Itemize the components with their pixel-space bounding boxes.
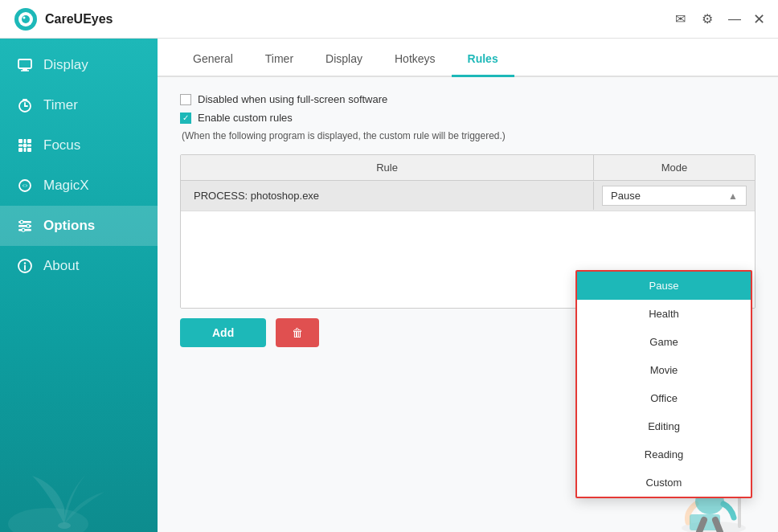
- sidebar-label-about: About: [43, 258, 79, 274]
- mode-value: Pause: [611, 190, 641, 202]
- app-logo: CareUEyes: [13, 6, 113, 32]
- dropdown-item-custom[interactable]: Custom: [577, 469, 751, 497]
- title-bar: CareUEyes ✉ ⚙ — ✕: [0, 0, 778, 39]
- svg-rect-13: [27, 139, 31, 143]
- tabs-bar: General Timer Display Hotkeys Rules: [158, 39, 778, 77]
- magicx-icon: [16, 177, 34, 194]
- timer-icon: [16, 96, 34, 114]
- table-header: Rule Mode: [181, 155, 755, 181]
- svg-rect-14: [18, 145, 23, 147]
- sidebar-decoration: [0, 436, 158, 532]
- window-controls: ✉ ⚙ — ✕: [671, 10, 765, 28]
- sidebar-label-focus: Focus: [43, 137, 80, 153]
- settings-icon[interactable]: ⚙: [698, 10, 716, 28]
- sidebar-label-display: Display: [43, 57, 88, 73]
- fullscreen-checkbox[interactable]: [180, 94, 191, 105]
- tab-timer[interactable]: Timer: [249, 43, 309, 77]
- dropdown-item-office[interactable]: Office: [577, 384, 751, 412]
- dropdown-item-movie[interactable]: Movie: [577, 356, 751, 384]
- sidebar-label-options: Options: [43, 218, 95, 234]
- sidebar-label-timer: Timer: [43, 97, 78, 113]
- display-icon: [16, 56, 34, 74]
- svg-point-19: [23, 144, 27, 148]
- focus-icon: [16, 137, 34, 154]
- sidebar-item-focus[interactable]: Focus: [0, 125, 158, 166]
- main-layout: Display Timer: [0, 39, 778, 532]
- fullscreen-checkbox-row: Disabled when using full-screen software: [180, 93, 755, 105]
- svg-rect-15: [18, 148, 23, 152]
- svg-point-21: [23, 184, 27, 187]
- svg-rect-4: [18, 59, 31, 68]
- hint-text: (When the following program is displayed…: [182, 130, 755, 141]
- options-icon: [16, 217, 34, 235]
- chevron-up-icon: ▲: [728, 190, 738, 202]
- tab-rules[interactable]: Rules: [452, 43, 514, 77]
- svg-point-26: [27, 224, 30, 227]
- sidebar-item-about[interactable]: About: [0, 246, 158, 286]
- svg-point-25: [20, 220, 23, 223]
- svg-rect-12: [24, 139, 27, 143]
- svg-point-3: [23, 16, 26, 18]
- table-row: PROCESS: photoshop.exe Pause ▲: [181, 181, 755, 211]
- svg-point-31: [8, 508, 88, 532]
- svg-rect-18: [27, 145, 31, 147]
- email-icon[interactable]: ✉: [671, 10, 689, 28]
- tab-hotkeys[interactable]: Hotkeys: [379, 43, 452, 77]
- add-button[interactable]: Add: [180, 318, 266, 347]
- svg-point-33: [682, 522, 746, 532]
- dropdown-item-reading[interactable]: Reading: [577, 440, 751, 469]
- sidebar-item-timer[interactable]: Timer: [0, 85, 158, 125]
- cell-mode: Pause ▲: [594, 181, 755, 211]
- mode-dropdown-overlay: Pause Health Game Movie Office Editing R…: [575, 270, 752, 498]
- custom-rules-checkbox[interactable]: ✓: [180, 113, 191, 124]
- svg-point-32: [58, 522, 71, 529]
- sidebar-item-magicx[interactable]: MagicX: [0, 166, 158, 206]
- dropdown-item-health[interactable]: Health: [577, 300, 751, 328]
- tab-display[interactable]: Display: [309, 43, 379, 77]
- app-title: CareUEyes: [45, 12, 113, 27]
- sidebar: Display Timer: [0, 39, 158, 532]
- col-rule-header: Rule: [181, 155, 594, 180]
- dropdown-item-pause[interactable]: Pause: [577, 272, 751, 300]
- logo-icon: [13, 6, 39, 32]
- fullscreen-checkbox-label: Disabled when using full-screen software: [198, 93, 387, 105]
- svg-rect-39: [690, 514, 720, 530]
- svg-rect-16: [27, 148, 31, 152]
- svg-point-2: [22, 15, 30, 23]
- sidebar-label-magicx: MagicX: [43, 178, 89, 194]
- dropdown-item-game[interactable]: Game: [577, 328, 751, 356]
- cell-rule: PROCESS: photoshop.exe: [181, 182, 594, 210]
- rules-content: Disabled when using full-screen software…: [158, 77, 778, 532]
- delete-button[interactable]: 🗑: [276, 318, 319, 347]
- col-mode-header: Mode: [594, 155, 755, 180]
- content-area: General Timer Display Hotkeys Rules Disa…: [158, 39, 778, 532]
- sidebar-item-display[interactable]: Display: [0, 45, 158, 85]
- custom-rules-checkbox-row: ✓ Enable custom rules: [180, 112, 755, 124]
- dropdown-item-editing[interactable]: Editing: [577, 412, 751, 440]
- about-icon: [16, 257, 34, 275]
- close-icon[interactable]: ✕: [753, 10, 765, 28]
- custom-rules-checkbox-label: Enable custom rules: [198, 112, 293, 124]
- tab-general[interactable]: General: [177, 43, 249, 77]
- minimize-icon[interactable]: —: [726, 10, 743, 28]
- mode-dropdown[interactable]: Pause ▲: [602, 186, 747, 206]
- svg-rect-17: [24, 148, 27, 152]
- svg-point-29: [24, 262, 26, 264]
- svg-point-27: [22, 228, 25, 231]
- sidebar-item-options[interactable]: Options: [0, 206, 158, 246]
- svg-rect-11: [18, 139, 23, 143]
